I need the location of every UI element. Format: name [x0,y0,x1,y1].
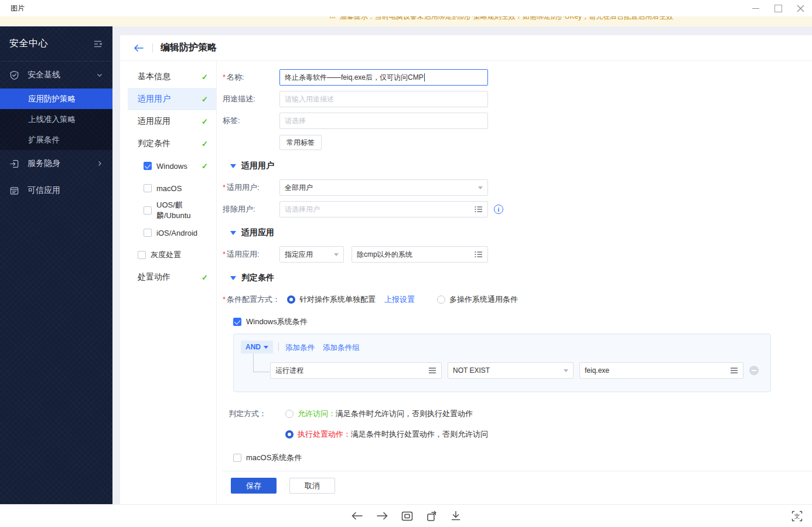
close-button[interactable] [797,5,804,12]
list-picker-icon[interactable] [475,206,483,213]
next-image-button[interactable] [376,511,388,521]
cancel-button[interactable]: 取消 [289,478,335,494]
execute-action-radio[interactable] [285,430,294,438]
macos-condition-toggle[interactable]: macOS系统条件 [233,453,812,463]
macos-checkbox[interactable] [144,184,152,192]
tag-label: 标签: [223,115,279,126]
sidebar-item-trusted-apps[interactable]: 可信应用 [0,177,112,204]
windows-condition-toggle[interactable]: Windows系统条件 [233,317,812,327]
macos-condition-checkbox[interactable] [233,454,241,462]
multi-os-radio-label: 多操作系统通用条件 [449,294,518,305]
sidebar-item-extended-conditions[interactable]: 扩展条件 [0,130,112,150]
ios-android-checkbox[interactable] [144,229,152,237]
collapse-triangle-icon [230,231,236,235]
allow-access-option: 允许访问：满足条件时允许访问，否则执行处置动作 [298,409,473,419]
menu-fold-icon[interactable] [93,39,103,49]
list-picker-icon[interactable] [730,367,738,374]
check-icon: ✓ [202,117,208,126]
minimize-button[interactable] [752,5,759,12]
sidebar-subitem-label: 上线准入策略 [28,114,76,125]
sidebar-item-service-stealth[interactable]: 服务隐身 [0,150,112,177]
step-applicable-users[interactable]: 适用用户 ✓ [128,88,216,110]
windows-condition-checkbox[interactable] [233,318,241,326]
description-placeholder: 请输入用途描述 [285,94,334,104]
allow-access-radio[interactable] [285,410,294,418]
per-os-radio-label: 针对操作系统单独配置 [299,294,376,305]
select-caret-icon [478,186,483,189]
ocr-text-recognition-button[interactable]: 文 [791,511,803,522]
policy-form: *名称: 终止杀毒软件——feiq.exe后，仅可访问CMP 用途描述: 请输入… [217,61,812,504]
step-judgment-conditions[interactable]: 判定条件 ✓ [128,132,216,155]
per-os-radio[interactable] [287,295,295,304]
step-disposal-action[interactable]: 处置动作 ✓ [128,266,216,288]
step-macos[interactable]: macOS [128,177,216,199]
name-value: 终止杀毒软件——feiq.exe后，仅可访问CMP [285,73,424,83]
main-content: 编辑防护策略 基本信息 ✓ 适用用户 ✓ 适用应用 ✓ [112,26,812,504]
windows-checkbox[interactable] [144,162,152,170]
common-tags-button[interactable]: 常用标签 [279,135,322,150]
save-image-button[interactable] [451,511,461,521]
report-settings-link[interactable]: 上报设置 [384,294,415,305]
rotate-button[interactable] [426,511,438,522]
sidebar-subitem-label: 应用防护策略 [28,94,76,104]
maximize-button[interactable] [775,5,782,12]
section-users[interactable]: 适用用户 [230,161,812,171]
logic-operator-dropdown[interactable]: AND [241,341,273,353]
section-title: 判定条件 [241,273,274,283]
back-button[interactable] [134,44,144,52]
chevron-down-icon [264,346,268,349]
step-uos-kylin-ubuntu[interactable]: UOS/麒麟/Ubuntu [128,199,216,222]
shield-icon [9,70,19,80]
step-gray-disposal[interactable]: 灰度处置 [128,244,216,266]
check-icon: ✓ [202,273,208,282]
execute-action-option: 执行处置动作：满足条件时执行处置动作，否则允许访问 [298,429,488,440]
tag-select[interactable]: 请选择 [279,113,488,129]
collapse-triangle-icon [230,164,236,168]
section-conditions[interactable]: 判定条件 [230,273,812,283]
description-input[interactable]: 请输入用途描述 [279,91,488,107]
exclude-users-placeholder: 请选择用户 [285,205,320,215]
viewer-toolbar: 文 [0,504,812,527]
check-icon: ✓ [202,162,208,171]
step-windows[interactable]: Windows ✓ [128,155,216,177]
gray-disposal-checkbox[interactable] [138,251,146,259]
step-basic-info[interactable]: 基本信息 ✓ [128,66,216,88]
exclude-users-input[interactable]: 请选择用户 [279,201,488,217]
multi-os-radio[interactable] [437,295,445,304]
condition-operator-select[interactable]: NOT EXIST [448,362,574,379]
info-icon[interactable]: i [494,205,503,214]
step-applicable-apps[interactable]: 适用应用 ✓ [128,110,216,132]
step-label: Windows [156,162,187,171]
step-ios-android[interactable]: iOS/Android [128,222,216,244]
list-picker-icon[interactable] [475,251,483,258]
apply-users-select[interactable]: 全部用户 [279,179,488,196]
section-apps[interactable]: 适用应用 [230,227,812,238]
save-button[interactable]: 保存 [231,478,277,494]
condition-field-input[interactable]: 运行进程 [270,362,442,379]
app-target-input[interactable]: 除cmp以外的系统 [352,246,488,263]
list-picker-icon[interactable] [428,367,436,374]
step-label: 适用应用 [138,116,170,127]
select-caret-icon [564,369,568,372]
step-label: 适用用户 [138,94,170,104]
sidebar-item-app-protection-policy[interactable]: 应用防护策略 [0,89,112,109]
actual-size-button[interactable] [401,511,413,521]
condition-value-input[interactable]: feiq.exe [579,362,743,379]
previous-image-button[interactable] [351,511,363,521]
add-condition-group-link[interactable]: 添加条件组 [323,343,360,353]
sidebar-item-security-baseline[interactable]: 安全基线 [0,62,112,89]
app-mode-select[interactable]: 指定应用 [279,246,344,263]
sidebar-item-online-access-policy[interactable]: 上线准入策略 [0,109,112,130]
step-label: macOS [156,184,182,193]
notification-banner: ⚠ 温馨提示：当前电脑设备未启用绑定的防护策略规则生效！如需绑定防护UKey，请… [0,16,812,26]
enter-box-icon [9,159,19,169]
name-input[interactable]: 终止杀毒软件——feiq.exe后，仅可访问CMP [279,69,488,86]
check-icon: ✓ [202,140,208,148]
connector-line [253,353,254,372]
window-titlebar: 图片 [0,0,812,16]
step-label: 判定条件 [138,138,170,149]
header-divider [152,43,153,53]
uos-checkbox[interactable] [144,206,152,215]
remove-condition-button[interactable] [749,366,759,375]
add-condition-link[interactable]: 添加条件 [285,343,315,353]
